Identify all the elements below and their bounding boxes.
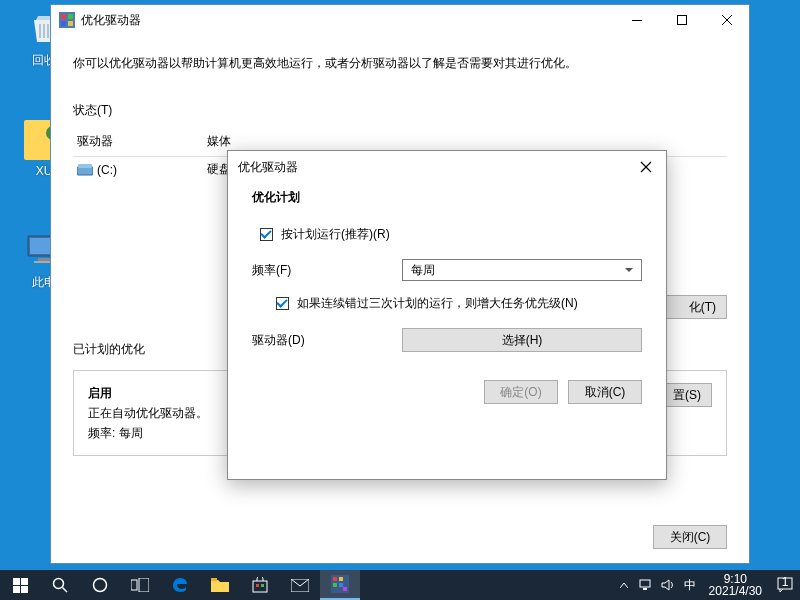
svg-rect-13 [13, 578, 20, 585]
priority-checkbox[interactable] [276, 297, 289, 310]
store-button[interactable] [240, 570, 280, 600]
cortana-button[interactable] [80, 570, 120, 600]
frequency-label: 频率(F) [252, 262, 402, 279]
edge-button[interactable] [160, 570, 200, 600]
schedule-freq: 频率: 每周 [88, 423, 208, 443]
col-media: 媒体 [207, 133, 231, 150]
schedule-dialog: 优化驱动器 优化计划 按计划运行(推荐)(R) 频率(F) 每周 如果连续错过三… [227, 150, 667, 480]
clock[interactable]: 9:10 2021/4/30 [701, 573, 770, 597]
drives-label: 驱动器(D) [252, 332, 402, 349]
svg-rect-22 [253, 581, 267, 592]
svg-rect-7 [61, 21, 66, 26]
svg-rect-23 [256, 584, 259, 587]
system-tray: 中 9:10 2021/4/30 1 [613, 570, 800, 600]
svg-rect-27 [333, 577, 337, 581]
schedule-status: 启用 [88, 383, 208, 403]
drive-name: (C:) [97, 163, 117, 177]
svg-rect-24 [261, 584, 264, 587]
explorer-button[interactable] [200, 570, 240, 600]
svg-rect-11 [77, 167, 93, 175]
schedule-desc: 正在自动优化驱动器。 [88, 403, 208, 423]
search-button[interactable] [40, 570, 80, 600]
svg-rect-28 [339, 577, 343, 581]
window-title: 优化驱动器 [81, 12, 614, 29]
col-drive: 驱动器 [77, 133, 207, 150]
svg-rect-10 [677, 16, 686, 25]
svg-rect-14 [21, 578, 28, 585]
status-label: 状态(T) [73, 102, 727, 119]
priority-label: 如果连续错过三次计划的运行，则增大任务优先级(N) [297, 295, 578, 312]
dialog-heading: 优化计划 [252, 189, 642, 206]
choose-drives-button[interactable]: 选择(H) [402, 328, 642, 352]
dialog-title: 优化驱动器 [238, 159, 298, 176]
svg-rect-33 [643, 588, 647, 590]
svg-text:1: 1 [782, 577, 789, 589]
titlebar: 优化驱动器 [51, 5, 749, 35]
tray-overflow-icon[interactable] [613, 570, 635, 600]
cancel-button[interactable]: 取消(C) [568, 380, 642, 404]
svg-rect-19 [131, 580, 137, 590]
close-window-button[interactable]: 关闭(C) [653, 525, 727, 549]
close-button[interactable] [704, 5, 749, 35]
app-icon [59, 12, 75, 28]
dialog-close-button[interactable] [636, 157, 656, 177]
svg-point-17 [54, 579, 64, 589]
svg-rect-30 [339, 583, 343, 587]
dialog-titlebar: 优化驱动器 [228, 151, 666, 183]
date-text: 2021/4/30 [709, 585, 762, 597]
intro-text: 你可以优化驱动器以帮助计算机更高效地运行，或者分析驱动器以了解是否需要对其进行优… [73, 55, 727, 72]
svg-rect-29 [333, 583, 337, 587]
svg-rect-20 [139, 578, 149, 592]
run-on-schedule-label: 按计划运行(推荐)(R) [281, 226, 390, 243]
task-view-button[interactable] [120, 570, 160, 600]
svg-rect-9 [632, 20, 642, 21]
svg-rect-6 [68, 14, 73, 19]
mail-button[interactable] [280, 570, 320, 600]
ime-indicator[interactable]: 中 [679, 570, 701, 600]
maximize-button[interactable] [659, 5, 704, 35]
run-on-schedule-checkbox[interactable] [260, 228, 273, 241]
defrag-app-button[interactable] [320, 570, 360, 600]
svg-rect-12 [78, 164, 92, 168]
svg-rect-15 [13, 586, 20, 593]
svg-rect-31 [343, 587, 347, 591]
minimize-button[interactable] [614, 5, 659, 35]
svg-rect-2 [38, 258, 50, 261]
svg-rect-5 [61, 14, 66, 19]
frequency-select[interactable]: 每周 [402, 259, 642, 281]
svg-point-18 [94, 579, 107, 592]
action-center-button[interactable]: 1 [770, 570, 800, 600]
volume-icon[interactable] [657, 570, 679, 600]
svg-rect-21 [211, 578, 217, 581]
start-button[interactable] [0, 570, 40, 600]
drive-icon [77, 164, 93, 176]
ok-button[interactable]: 确定(O) [484, 380, 558, 404]
taskbar: 中 9:10 2021/4/30 1 [0, 570, 800, 600]
svg-rect-32 [640, 580, 650, 587]
svg-rect-16 [21, 586, 28, 593]
network-icon[interactable] [635, 570, 657, 600]
svg-rect-8 [68, 21, 73, 26]
